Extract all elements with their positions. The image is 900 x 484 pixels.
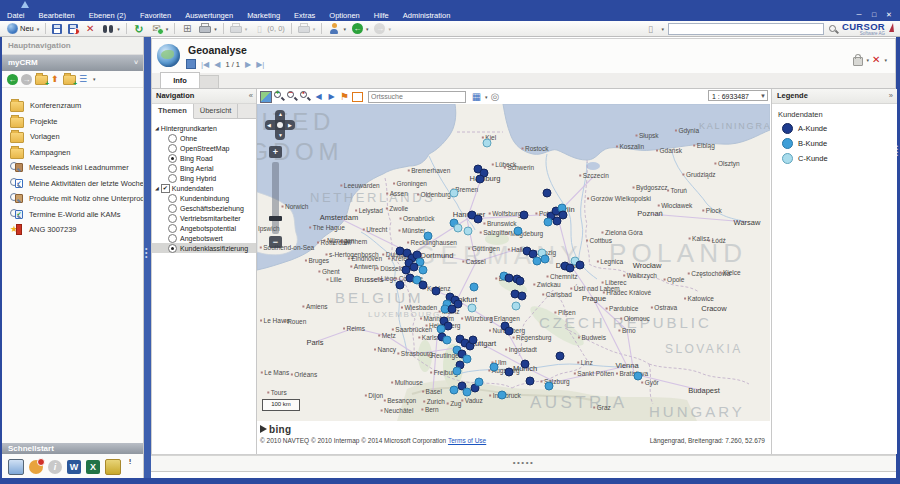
customer-point-a[interactable] — [516, 277, 525, 286]
export-icon[interactable] — [105, 459, 121, 475]
pan-back-icon[interactable]: ◀ — [313, 91, 324, 102]
map-pan-control[interactable]: ▲ ▼ ◀ ▶ — [265, 110, 295, 140]
customer-point-a[interactable] — [518, 292, 527, 301]
pan-up-icon[interactable]: ▲ — [278, 112, 283, 117]
tree-item-kundenbindung[interactable]: Kundenbindung — [152, 193, 256, 203]
zoom-out-button[interactable]: − — [269, 236, 282, 248]
customer-point-a[interactable] — [576, 261, 585, 270]
chevron-down-icon[interactable]: ˅ — [134, 55, 138, 71]
menu-hilfe[interactable]: Hilfe — [367, 11, 396, 20]
vertical-splitter[interactable]: ••• — [144, 37, 151, 478]
maximize-button[interactable]: □ — [868, 10, 880, 20]
customer-point-a[interactable] — [520, 211, 529, 220]
customer-point-b[interactable] — [419, 266, 428, 275]
radio-icon[interactable] — [168, 154, 177, 163]
sidebar-item-meine-aktivitäten-der-letzte-woche[interactable]: ✔Meine Aktivitäten der letzte Woche — [2, 176, 143, 192]
refresh-button[interactable]: ↻ — [130, 22, 148, 36]
pan-forward-icon[interactable]: ▶ — [326, 91, 337, 102]
terms-of-use-link[interactable]: Terms of Use — [448, 437, 486, 444]
back-icon[interactable]: ← — [7, 74, 18, 85]
reset-extent-icon[interactable]: ◎ — [490, 91, 501, 102]
zoom-slider-track[interactable] — [272, 162, 279, 234]
menu-marketing[interactable]: Marketing — [240, 11, 287, 20]
new-button[interactable]: Neu▾ — [4, 22, 42, 36]
tree-item-geschäftsbeziehung[interactable]: Geschäftsbeziehung — [152, 203, 256, 213]
tree-item-bing-hybrid[interactable]: Bing Hybrid — [152, 173, 256, 183]
add-folder-icon[interactable]: + — [63, 75, 76, 85]
customer-point-b[interactable] — [514, 227, 523, 236]
customer-point-a[interactable] — [432, 287, 441, 296]
sidebar-item-messeleads-inkl-leadnummer[interactable]: Messeleads inkl Leadnummer — [2, 160, 143, 176]
tree-group-hintergrundkarten[interactable]: ◢Hintergrundkarten — [152, 123, 256, 133]
tree-item-angebotswert[interactable]: Angebotswert — [152, 233, 256, 243]
customer-point-c[interactable] — [464, 227, 473, 236]
customer-point-b[interactable] — [443, 336, 452, 345]
customer-point-c[interactable] — [454, 224, 463, 233]
customer-point-b[interactable] — [453, 367, 462, 376]
radio-icon[interactable] — [168, 204, 177, 213]
chevron-down-icon[interactable]: ▾ — [662, 26, 665, 32]
list-icon[interactable]: ⁞ — [126, 460, 134, 474]
radio-icon[interactable] — [168, 134, 177, 143]
map-canvas[interactable]: UNITEDKINGDOMNETHERLANDSBELGIUMLUXEMBOUR… — [257, 104, 770, 421]
customer-point-b[interactable] — [634, 372, 643, 381]
radio-icon[interactable] — [168, 244, 177, 253]
radio-icon[interactable] — [168, 164, 177, 173]
customer-point-a[interactable] — [505, 327, 514, 336]
sidebar-group-mycrm[interactable]: myCRM ˅ — [2, 55, 143, 71]
print-button[interactable]: ▾ — [196, 22, 220, 36]
menu-optionen[interactable]: Optionen — [322, 11, 366, 20]
tree-item-ohne[interactable]: Ohne — [152, 133, 256, 143]
zoom-slider-handle[interactable] — [269, 216, 282, 221]
clipboard-icon[interactable]: ▯ — [645, 23, 657, 35]
sidebar-item-termine-e-world-alle-kams[interactable]: ✔Termine E-World alle KAMs — [2, 207, 143, 223]
customer-point-a[interactable] — [505, 368, 514, 377]
pan-down-icon[interactable]: ▼ — [278, 133, 283, 138]
tree-item-vertriebsmitarbeiter[interactable]: Vertriebsmitarbeiter — [152, 213, 256, 223]
view-button[interactable]: ▾ — [227, 22, 251, 36]
menu-favoriten[interactable]: Favoriten — [133, 11, 178, 20]
sidebar-item-ang-3007239[interactable]: ★ANG 3007239 — [2, 222, 143, 238]
close-window-icon[interactable]: ✕ — [872, 55, 880, 65]
user-button[interactable]: ▾ — [325, 22, 349, 36]
menu-ebenen-2[interactable]: Ebenen (2) — [82, 11, 133, 20]
chevron-down-icon[interactable]: ▾ — [343, 26, 346, 32]
radio-icon[interactable] — [168, 174, 177, 183]
customer-point-c[interactable] — [512, 302, 521, 311]
save-button[interactable] — [49, 22, 65, 36]
menu-extras[interactable]: Extras — [287, 11, 322, 20]
chevron-down-icon[interactable]: ▾ — [214, 26, 217, 32]
hierarchy-button[interactable]: ⊞ — [178, 22, 196, 36]
minimize-button[interactable]: ─ — [853, 10, 865, 20]
quick-search-input[interactable] — [668, 23, 824, 35]
forward-button[interactable]: →▾ — [371, 22, 394, 36]
table-icon[interactable]: ▦ — [471, 91, 482, 102]
radio-icon[interactable] — [168, 234, 177, 243]
chevron-down-icon[interactable]: ▾ — [166, 26, 169, 32]
delete-button[interactable]: ✕ — [81, 22, 99, 36]
customer-point-a[interactable] — [553, 217, 562, 226]
close-button[interactable]: ✕ — [883, 10, 895, 20]
view-list-icon[interactable]: ☰ — [79, 74, 89, 84]
customer-point-b[interactable] — [490, 363, 499, 372]
zoom-out-icon[interactable]: − — [287, 91, 298, 102]
contact-icon[interactable] — [29, 460, 43, 474]
tree-item-bing-road[interactable]: Bing Road — [152, 153, 256, 163]
new-folder-icon[interactable]: + — [35, 75, 48, 85]
select-flag-icon[interactable]: ⚑ — [339, 91, 350, 102]
search-icon[interactable] — [828, 24, 838, 34]
chevron-down-icon[interactable]: ▾ — [884, 57, 887, 63]
word-icon[interactable]: W — [67, 460, 81, 474]
tree-item-bing-aerial[interactable]: Bing Aerial — [152, 163, 256, 173]
radio-icon[interactable] — [168, 194, 177, 203]
save-badge-button[interactable] — [65, 22, 81, 36]
select-area-icon[interactable] — [352, 92, 363, 102]
pan-left-icon[interactable]: ◀ — [267, 123, 271, 128]
layers-icon[interactable] — [260, 91, 272, 103]
search-button[interactable]: ▾ — [99, 22, 123, 36]
back-button[interactable]: ←▾ — [349, 22, 372, 36]
record-counter[interactable]: ▯(0, 0) — [250, 22, 288, 36]
chevron-down-icon[interactable]: ▾ — [37, 26, 40, 32]
search-report-icon[interactable] — [8, 459, 24, 475]
tab-themen[interactable]: Themen — [152, 104, 194, 119]
